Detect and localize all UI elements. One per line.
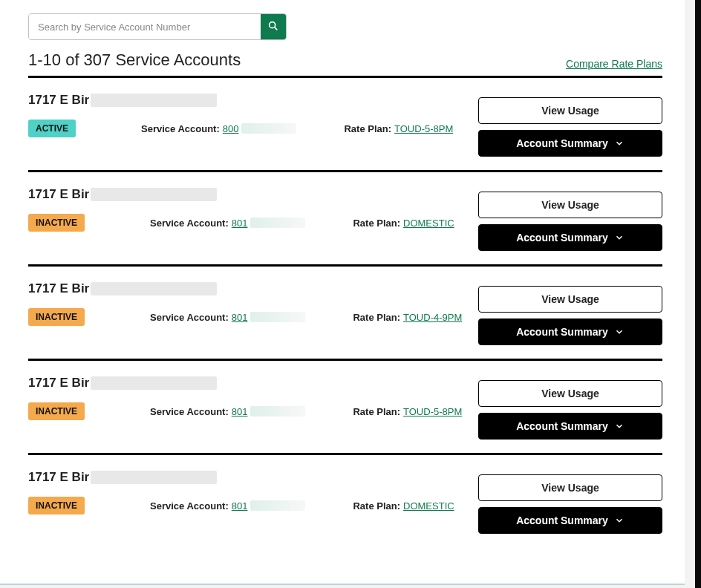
rate-plan-link[interactable]: TOUD-5-8PM: [403, 406, 462, 417]
search-wrapper: [28, 13, 287, 40]
status-badge: INACTIVE: [28, 214, 85, 232]
search-icon: [267, 20, 279, 34]
rate-plan-label: Rate Plan:: [353, 312, 400, 323]
service-account-link[interactable]: 801: [232, 312, 248, 323]
scrollbar-track[interactable]: [695, 0, 701, 588]
redacted-mask: [241, 123, 296, 134]
view-usage-button[interactable]: View Usage: [478, 380, 662, 407]
account-summary-button[interactable]: Account Summary: [478, 318, 662, 345]
svg-line-1: [275, 27, 278, 30]
service-account-link[interactable]: 801: [232, 500, 248, 512]
account-address: 1717 E Bir: [28, 376, 89, 391]
rate-plan-label: Rate Plan:: [353, 218, 400, 229]
redacted-mask: [91, 282, 217, 295]
compare-rate-plans-link[interactable]: Compare Rate Plans: [566, 58, 662, 70]
account-summary-button[interactable]: Account Summary: [478, 507, 662, 534]
search-input[interactable]: [29, 14, 261, 39]
redacted-mask: [91, 471, 217, 484]
account-summary-button[interactable]: Account Summary: [478, 413, 662, 440]
chevron-down-icon: [614, 232, 625, 243]
view-usage-button[interactable]: View Usage: [478, 474, 662, 501]
account-row: 1717 E Bir INACTIVE Service Account: 801…: [28, 267, 662, 361]
service-account-label: Service Account:: [141, 123, 220, 134]
rate-plan-label: Rate Plan:: [353, 406, 400, 417]
account-summary-label: Account Summary: [516, 137, 608, 149]
service-account-label: Service Account:: [150, 312, 229, 323]
redacted-mask: [250, 406, 305, 416]
chevron-down-icon: [614, 327, 625, 337]
redacted-mask: [250, 218, 305, 228]
status-badge: INACTIVE: [28, 497, 85, 514]
account-summary-label: Account Summary: [516, 326, 608, 338]
rate-plan-label: Rate Plan:: [344, 123, 391, 134]
account-row: 1717 E Bir INACTIVE Service Account: 801…: [28, 455, 662, 547]
chevron-down-icon: [614, 421, 625, 431]
view-usage-button[interactable]: View Usage: [478, 97, 662, 124]
service-account-label: Service Account:: [150, 500, 229, 512]
account-summary-button[interactable]: Account Summary: [478, 224, 662, 251]
account-address: 1717 E Bir: [28, 187, 89, 202]
redacted-mask: [250, 500, 305, 511]
service-account-label: Service Account:: [150, 218, 229, 229]
rate-plan-link[interactable]: DOMESTIC: [403, 218, 454, 229]
service-account-link[interactable]: 801: [232, 218, 248, 229]
redacted-mask: [91, 188, 217, 201]
account-summary-button[interactable]: Account Summary: [478, 130, 662, 157]
status-badge: INACTIVE: [28, 402, 85, 420]
view-usage-button[interactable]: View Usage: [478, 192, 662, 218]
account-address: 1717 E Bir: [28, 93, 89, 108]
rate-plan-link[interactable]: TOUD-5-8PM: [394, 123, 453, 134]
search-button[interactable]: [261, 14, 286, 39]
account-row: 1717 E Bir INACTIVE Service Account: 801…: [28, 361, 662, 455]
service-account-label: Service Account:: [150, 406, 229, 417]
redacted-mask: [91, 376, 217, 390]
rate-plan-label: Rate Plan:: [353, 500, 400, 512]
account-address: 1717 E Bir: [28, 281, 89, 296]
account-row: 1717 E Bir INACTIVE Service Account: 801…: [28, 172, 662, 267]
chevron-down-icon: [614, 138, 625, 148]
results-count: 1-10 of 307 Service Accounts: [28, 50, 241, 70]
status-badge: INACTIVE: [28, 308, 85, 326]
account-address: 1717 E Bir: [28, 470, 89, 485]
account-summary-label: Account Summary: [516, 232, 608, 244]
account-row: 1717 E Bir ACTIVE Service Account: 800 R…: [28, 78, 662, 172]
redacted-mask: [91, 94, 217, 107]
rate-plan-link[interactable]: DOMESTIC: [403, 500, 454, 512]
account-summary-label: Account Summary: [516, 514, 608, 526]
account-summary-label: Account Summary: [516, 420, 608, 432]
rate-plan-link[interactable]: TOUD-4-9PM: [403, 312, 462, 323]
svg-point-0: [270, 22, 275, 27]
redacted-mask: [250, 312, 305, 322]
service-account-link[interactable]: 801: [232, 406, 248, 417]
service-account-link[interactable]: 800: [223, 123, 239, 134]
status-badge: ACTIVE: [28, 120, 76, 137]
chevron-down-icon: [614, 515, 625, 526]
view-usage-button[interactable]: View Usage: [478, 286, 662, 313]
